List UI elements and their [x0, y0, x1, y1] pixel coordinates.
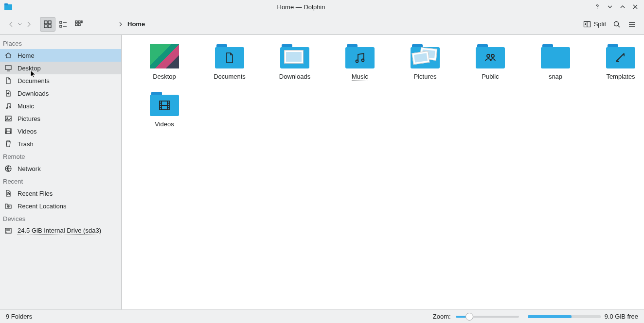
svg-rect-9 [75, 21, 77, 23]
recent-locations-icon [4, 202, 13, 210]
zoom-slider-knob[interactable] [465, 313, 473, 321]
sidebar-item-label: Music [18, 102, 117, 110]
sidebar-item-network[interactable]: Network [0, 162, 121, 175]
sidebar-item-label: Documents [18, 77, 117, 85]
svg-rect-7 [60, 21, 62, 23]
details-view-button[interactable] [71, 17, 87, 32]
folder-label: Downloads [279, 73, 310, 80]
folder-icon [605, 43, 636, 70]
sidebar-item-recent-files[interactable]: Recent Files [0, 187, 121, 200]
sidebar-item-label: Trash [18, 140, 117, 148]
folder-icon [540, 43, 571, 70]
split-label: Split [594, 20, 606, 28]
document-icon [4, 77, 13, 85]
app-icon [4, 2, 13, 11]
folder-label: Music [352, 73, 368, 81]
folder-label: Public [482, 73, 499, 80]
folder-icon [149, 90, 180, 118]
sidebar-item-label: Pictures [18, 115, 117, 122]
svg-rect-4 [48, 21, 51, 24]
window-title: Home — Dolphin [13, 3, 590, 11]
sidebar-item-pictures[interactable]: Pictures [0, 112, 121, 125]
folder-item-desktop[interactable]: Desktop [135, 43, 194, 81]
sidebar-item-label: Recent Locations [18, 203, 117, 210]
folder-label: snap [549, 73, 562, 80]
folder-icon [475, 43, 506, 70]
sidebar-item-downloads[interactable]: Downloads [0, 87, 121, 100]
folder-item-documents[interactable]: Documents [200, 43, 259, 81]
folder-icon [279, 43, 310, 70]
split-button[interactable]: Split [580, 17, 609, 32]
svg-point-15 [614, 21, 619, 26]
folder-icon [410, 43, 441, 70]
sidebar-item-label: Network [18, 165, 117, 172]
svg-point-17 [6, 107, 8, 109]
sidebar-item-home[interactable]: Home [0, 49, 121, 62]
back-history-dropdown[interactable] [18, 17, 22, 32]
zoom-slider[interactable] [456, 316, 519, 318]
forward-button[interactable] [22, 17, 35, 32]
download-icon [4, 89, 13, 97]
sidebar-section-devices: Devices [0, 212, 121, 224]
pictures-icon [4, 115, 13, 122]
music-icon [4, 102, 13, 110]
icons-view-button[interactable] [40, 17, 55, 32]
sidebar-item-label: Downloads [18, 90, 117, 97]
places-panel: PlacesHomeDesktopDocumentsDownloadsMusic… [0, 35, 122, 309]
capacity-bar [528, 315, 601, 318]
breadcrumb-location[interactable]: Home [125, 20, 147, 28]
drive-icon [4, 227, 13, 235]
svg-rect-13 [78, 24, 80, 26]
folder-item-videos[interactable]: Videos [135, 90, 194, 128]
folder-label: Documents [214, 73, 246, 80]
file-view[interactable]: DesktopDocumentsDownloadsMusicPicturesPu… [122, 35, 644, 309]
svg-rect-1 [4, 3, 8, 5]
folder-item-pictures[interactable]: Pictures [396, 43, 454, 81]
folder-item-downloads[interactable]: Downloads [266, 43, 324, 81]
svg-rect-8 [60, 25, 62, 27]
sidebar-section-recent: Recent [0, 175, 121, 187]
search-button[interactable] [610, 17, 624, 32]
svg-rect-3 [44, 21, 47, 24]
sidebar-item-label: 24.5 GiB Internal Drive (sda3) [18, 227, 101, 235]
svg-point-18 [9, 107, 11, 108]
sidebar-item-24-5-gib-internal-drive-sda3-[interactable]: 24.5 GiB Internal Drive (sda3) [0, 224, 121, 237]
svg-point-27 [362, 59, 364, 62]
folder-item-snap[interactable]: snap [526, 43, 585, 81]
help-button[interactable] [592, 2, 602, 12]
maximize-button[interactable] [618, 2, 627, 12]
svg-point-2 [597, 8, 597, 9]
folder-label: Pictures [414, 73, 437, 80]
back-button[interactable] [5, 17, 18, 32]
zoom-control: Zoom: [433, 313, 524, 320]
sidebar-item-recent-locations[interactable]: Recent Locations [0, 200, 121, 212]
folder-icon [344, 43, 376, 70]
sidebar-item-videos[interactable]: Videos [0, 125, 121, 137]
sidebar-item-label: Videos [18, 128, 117, 135]
statusbar: 9 Folders Zoom: 9.0 GiB free [0, 309, 644, 323]
sidebar-item-music[interactable]: Music [0, 100, 121, 112]
minimize-button[interactable] [605, 2, 615, 12]
sidebar-item-documents[interactable]: Documents [0, 74, 121, 87]
trash-icon [4, 140, 13, 148]
sidebar-item-trash[interactable]: Trash [0, 137, 121, 150]
compact-view-button[interactable] [55, 17, 71, 32]
toolbar: Home Split [0, 14, 644, 35]
free-space-label: 9.0 GiB free [605, 313, 638, 320]
folder-label: Desktop [153, 73, 176, 80]
sidebar-section-places: Places [0, 37, 121, 49]
folder-item-templates[interactable]: Templates [591, 43, 644, 81]
breadcrumb[interactable]: Home [116, 17, 147, 32]
sidebar-item-desktop[interactable]: Desktop [0, 62, 121, 74]
folder-item-public[interactable]: Public [461, 43, 519, 81]
folder-label: Videos [155, 120, 174, 128]
titlebar: Home — Dolphin [0, 0, 644, 14]
svg-rect-11 [81, 21, 82, 23]
hamburger-menu-button[interactable] [625, 17, 639, 32]
sidebar-item-label: Recent Files [18, 190, 117, 197]
close-button[interactable] [630, 2, 640, 12]
folder-item-music[interactable]: Music [331, 43, 389, 81]
folder-icon [149, 43, 180, 70]
status-summary: 9 Folders [6, 313, 32, 320]
network-icon [4, 165, 13, 172]
